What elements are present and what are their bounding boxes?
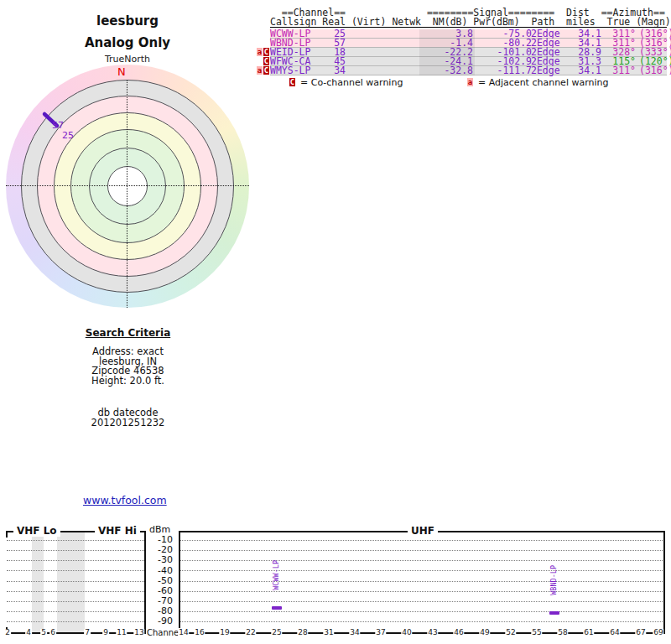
y-tick: -30 [146,555,173,564]
x-tick: 67 [635,629,646,636]
y-tick: -70 [146,596,173,605]
y-tick: -50 [146,576,173,585]
spoke-channel-25-label: 25 [62,130,74,141]
uhf-box-left [179,531,180,634]
miles: 34.1 [566,66,601,75]
x-tick: 7 [84,629,91,636]
x-tick: 25 [271,629,282,636]
azimuth-true: 311° [606,66,636,75]
x-tick: 28 [297,629,308,636]
x-tick: 13 [133,629,144,636]
co-channel-warning-icon: C [263,66,269,75]
x-tick: 43 [427,629,438,636]
co-channel-warning-icon: C [263,48,269,56]
y-tick: -20 [146,545,173,554]
channel-axis-label: Channel [147,628,181,637]
vhf-gray-band [32,532,44,632]
x-tick: 11 [116,629,127,636]
north-marker: N [117,65,126,78]
x-tick: 58 [557,629,568,636]
x-tick: 16 [194,629,205,636]
x-tick: 19 [219,629,230,636]
x-tick: 69 [653,629,663,636]
radar-spoke-overlay [0,59,260,310]
table-column-header: Callsign Real (Virt) Netwk NM(dB) Pwr(dB… [270,18,671,27]
y-tick: -60 [146,586,173,595]
x-tick: 40 [401,629,412,636]
x-tick: 31 [323,629,334,636]
path: 2Edge [531,66,560,75]
adjacent-channel-warning-icon: a [257,48,263,56]
x-tick: 46 [453,629,464,636]
nm-column-shade [419,29,475,75]
x-tick: 37 [375,629,386,636]
azimuth-magnetic: (316°) [639,66,671,75]
radar-title: leesburg [0,13,255,29]
adjacent-channel-warning-icon: a [467,78,473,86]
vhf-hi-band-label: VHF Hi [95,525,140,537]
tvfool-report: leesburg Analog Only TrueNorth N 57 25 =… [0,0,671,644]
adjacent-channel-legend-text: = Adjacent channel warning [478,77,609,88]
station-label-vertical: WCWW-LP [272,560,282,605]
x-tick: 2 [4,629,11,636]
x-tick: 52 [505,629,516,636]
x-tick: 14 [178,629,189,636]
uhf-band-label: UHF [408,525,438,537]
x-tick: 5 [40,629,47,636]
x-tick: 4 [25,629,32,636]
station-label-vertical: WBND-LP [549,565,559,610]
x-tick: 49 [479,629,490,636]
radar-subtitle: Analog Only [0,35,255,50]
x-tick: 22 [245,629,256,636]
channel-real: 34 [322,66,346,75]
fm-gray-band [57,532,85,632]
x-tick: 9 [102,629,109,636]
x-tick: 55 [531,629,542,636]
y-tick: -80 [146,606,173,615]
co-channel-warning-icon: C [263,57,269,65]
search-criteria-block: Search Criteria Address: exact leesburg,… [34,327,222,428]
search-height: Height: 20.0 ft. [34,377,222,387]
signal-bar-wbnd [549,611,559,615]
tvfool-link[interactable]: www.tvfool.com [83,494,167,506]
y-tick: -90 [146,616,173,626]
vhf-lo-band-label: VHF Lo [13,525,60,537]
callsign: WMYS-LP [270,66,310,75]
x-tick: 34 [349,629,360,636]
signal-bar-wcww [272,606,282,610]
y-tick: -10 [146,535,173,544]
x-tick: 6 [49,629,56,636]
adjacent-channel-warning-icon: a [257,66,263,75]
y-tick: -40 [146,566,173,575]
db-datecode-value: 201201251232 [34,418,222,428]
x-tick: 61 [583,629,594,636]
x-tick: 64 [609,629,620,636]
co-channel-legend-text: = Co-channel warning [300,77,403,88]
co-channel-warning-icon: C [289,78,295,86]
uhf-box-right [663,531,665,634]
search-criteria-heading: Search Criteria [34,327,222,339]
pwr-dbm: -111.7 [473,66,532,75]
